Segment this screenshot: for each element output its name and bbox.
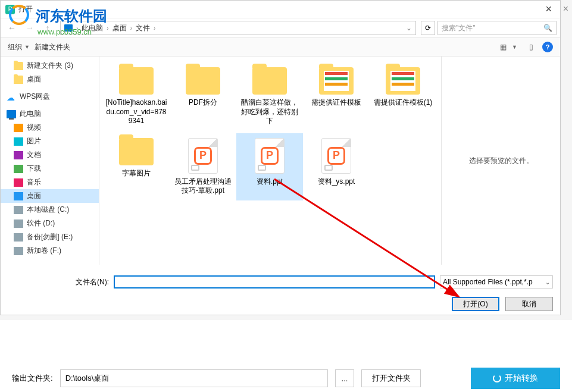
music-icon xyxy=(14,178,23,187)
ppt-file-icon: P xyxy=(255,138,285,174)
file-item[interactable]: 需提供证件模板 xyxy=(303,62,370,131)
bottom-panel: 输出文件夹: ... 打开文件夹 开始转换 xyxy=(0,320,572,392)
sidebar-item-label: 视频 xyxy=(27,123,41,133)
sidebar-item[interactable]: 本地磁盘 (C:) xyxy=(1,203,99,217)
browse-button[interactable]: ... xyxy=(335,369,354,387)
sidebar-item-label: 新加卷 (F:) xyxy=(27,246,61,256)
forward-button: → xyxy=(22,20,37,36)
file-item[interactable]: PDF拆分 xyxy=(170,62,236,131)
file-item[interactable]: 醋溜白菜这样做，好吃到爆，还特别下 xyxy=(236,62,303,131)
breadcrumb-dropdown-icon[interactable]: ⌄ xyxy=(406,24,412,32)
file-item[interactable]: P员工矛盾处理沟通技巧-覃毅.ppt xyxy=(170,133,236,200)
file-item[interactable]: 字幕图片 xyxy=(103,133,170,200)
file-grid: [NoTitle]haokan.baidu.com_v_vid=8789341P… xyxy=(99,57,441,265)
file-label: 需提供证件模板(1) xyxy=(374,98,433,108)
breadcrumb[interactable]: › 此电脑 › 桌面 › 文件 › ⌄ xyxy=(60,21,416,35)
preview-toggle-button[interactable]: ▯ xyxy=(524,40,537,54)
titlebar: P 打开 × xyxy=(1,1,560,18)
sidebar-item[interactable]: 新加卷 (F:) xyxy=(1,244,99,258)
cancel-button[interactable]: 取消 xyxy=(505,297,553,311)
sidebar-item[interactable]: 桌面 xyxy=(1,73,99,86)
output-path-input[interactable] xyxy=(60,369,328,387)
filetype-select[interactable]: All Supported Files (*.ppt,*.p ⌄ xyxy=(440,275,553,288)
open-button[interactable]: 打开(O) xyxy=(452,297,499,311)
close-button[interactable]: × xyxy=(542,3,555,15)
sidebar-item-label: 文档 xyxy=(27,150,41,160)
start-convert-button[interactable]: 开始转换 xyxy=(471,368,560,389)
filename-row: 文件名(N): All Supported Files (*.ppt,*.p ⌄ xyxy=(1,265,560,293)
sidebar-item[interactable]: 新建文件夹 (3) xyxy=(1,59,99,73)
sidebar-item[interactable]: 文档 xyxy=(1,148,99,162)
search-placeholder: 搜索"文件" xyxy=(442,23,476,33)
up-button[interactable]: ↑ xyxy=(40,20,55,36)
filename-label: 文件名(N): xyxy=(8,277,109,287)
dropdown-icon[interactable]: ▼ xyxy=(512,44,517,50)
sidebar-item[interactable]: ☁WPS网盘 xyxy=(1,90,99,104)
file-label: PDF拆分 xyxy=(189,98,217,108)
main-area: 新建文件夹 (3)桌面☁WPS网盘此电脑视频图片文档下载音乐桌面本地磁盘 (C:… xyxy=(1,57,560,265)
drive-icon xyxy=(14,219,23,228)
file-item[interactable]: 需提供证件模板(1) xyxy=(370,62,436,131)
refresh-icon xyxy=(493,374,501,382)
filetype-text: All Supported Files (*.ppt,*.p xyxy=(443,278,533,286)
folder-icon xyxy=(186,67,220,95)
sidebar-item-label: 备份[勿删] (E:) xyxy=(27,232,73,242)
organize-button[interactable]: 组织 xyxy=(8,42,22,52)
sidebar-item-label: 桌面 xyxy=(27,74,41,84)
window-title: 打开 xyxy=(18,4,542,14)
pic-icon xyxy=(14,137,23,146)
help-button[interactable]: ? xyxy=(542,42,553,52)
drive-icon xyxy=(14,247,23,255)
file-label: 资料_ys.ppt xyxy=(318,177,355,187)
crumb-files[interactable]: 文件 xyxy=(136,23,150,33)
preview-pane: 选择要预览的文件。 xyxy=(441,57,560,265)
start-label: 开始转换 xyxy=(505,373,538,384)
chevron-icon: › xyxy=(76,25,78,32)
sidebar-item-label: 本地磁盘 (C:) xyxy=(27,205,69,215)
desktop-icon xyxy=(14,192,23,200)
action-row: 打开(O) 取消 xyxy=(1,293,560,318)
file-item[interactable]: P资料.ppt xyxy=(236,133,303,200)
drive-icon xyxy=(14,206,23,214)
chevron-icon: › xyxy=(154,25,155,32)
open-folder-button[interactable]: 打开文件夹 xyxy=(361,369,421,387)
folder-icon xyxy=(14,76,23,84)
outer-close-icon[interactable]: × xyxy=(563,4,568,14)
sidebar-item[interactable]: 下载 xyxy=(1,162,99,175)
sidebar-item-label: WPS网盘 xyxy=(20,92,50,102)
back-button[interactable]: ← xyxy=(4,20,20,36)
sidebar-item[interactable]: 桌面 xyxy=(1,189,99,203)
crumb-pc[interactable]: 此电脑 xyxy=(82,23,103,33)
sidebar-item[interactable]: 备份[勿删] (E:) xyxy=(1,230,99,244)
sidebar-item-label: 音乐 xyxy=(27,177,41,187)
sidebar-item[interactable]: 图片 xyxy=(1,134,99,148)
refresh-button[interactable]: ⟳ xyxy=(421,21,435,35)
sidebar-item[interactable]: 音乐 xyxy=(1,175,99,189)
search-input[interactable]: 搜索"文件" 🔍 xyxy=(437,21,557,35)
folder-icon xyxy=(14,62,23,70)
folder-icon xyxy=(119,67,154,95)
sidebar-item[interactable]: 视频 xyxy=(1,121,99,134)
file-label: 资料.ppt xyxy=(257,177,283,187)
down-icon xyxy=(14,165,23,173)
sidebar-item[interactable]: 此电脑 xyxy=(1,107,99,121)
sidebar-item-label: 下载 xyxy=(27,164,41,174)
file-label: [NoTitle]haokan.baidu.com_v_vid=8789341 xyxy=(105,98,167,126)
sidebar-item-label: 桌面 xyxy=(27,191,41,201)
chevron-icon: › xyxy=(107,25,108,32)
file-item[interactable]: [NoTitle]haokan.baidu.com_v_vid=8789341 xyxy=(103,62,170,131)
cloud-icon: ☁ xyxy=(7,93,16,101)
sidebar-item-label: 新建文件夹 (3) xyxy=(27,61,73,71)
search-icon[interactable]: 🔍 xyxy=(543,24,552,32)
dropdown-icon[interactable]: ▼ xyxy=(24,44,30,50)
file-item[interactable]: P资料_ys.ppt xyxy=(303,133,370,200)
view-mode-button[interactable]: ▦ xyxy=(496,40,510,54)
sidebar-item[interactable]: 软件 (D:) xyxy=(1,217,99,230)
filename-input[interactable] xyxy=(114,275,435,288)
pc-icon xyxy=(64,24,73,32)
new-folder-button[interactable]: 新建文件夹 xyxy=(35,42,70,52)
sidebar: 新建文件夹 (3)桌面☁WPS网盘此电脑视频图片文档下载音乐桌面本地磁盘 (C:… xyxy=(1,57,99,265)
app-icon: P xyxy=(5,5,15,14)
crumb-desktop[interactable]: 桌面 xyxy=(112,23,127,33)
preview-empty-text: 选择要预览的文件。 xyxy=(469,156,533,166)
